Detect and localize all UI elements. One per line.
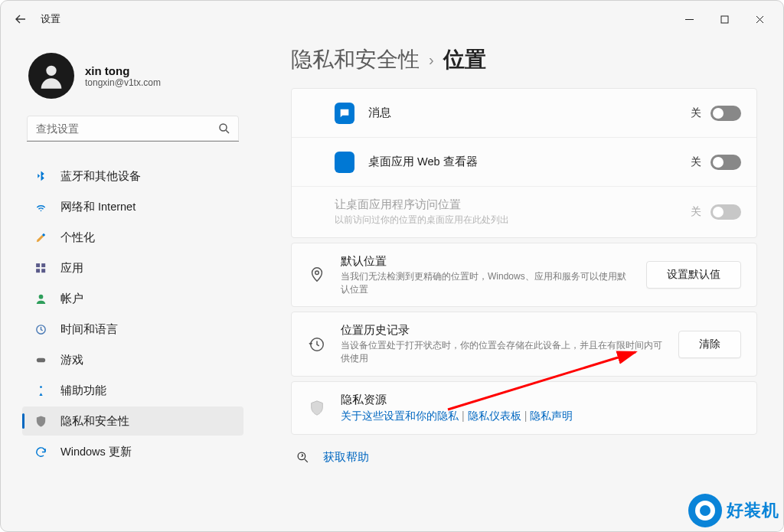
row-title: 隐私资源 — [341, 393, 741, 407]
privacy-link-dashboard[interactable]: 隐私仪表板 — [468, 410, 521, 422]
help-label: 获取帮助 — [323, 450, 369, 465]
clear-button[interactable]: 清除 — [678, 331, 741, 358]
wifi-icon — [33, 199, 48, 214]
history-icon — [307, 335, 327, 354]
search-input[interactable] — [27, 116, 239, 142]
app-title: 设置 — [41, 12, 60, 26]
svg-point-11 — [315, 271, 319, 275]
svg-rect-3 — [36, 263, 40, 267]
sidebar-item-network[interactable]: 网络和 Internet — [22, 192, 243, 221]
toggle-state-label: 关 — [691, 106, 701, 120]
watermark: 好装机 — [688, 494, 779, 527]
breadcrumb: 隐私和安全性 › 位置 — [291, 45, 757, 74]
messaging-icon — [335, 103, 354, 123]
gamepad-icon — [33, 352, 48, 367]
sidebar-item-label: 个性化 — [60, 230, 95, 245]
nav-list: 蓝牙和其他设备 网络和 Internet 个性化 应用 帐户 时间和语言 游戏 … — [22, 155, 243, 466]
sidebar-item-label: Windows 更新 — [60, 445, 132, 459]
update-icon — [33, 444, 48, 459]
webviewer-icon — [335, 152, 354, 172]
row-title: 默认位置 — [341, 254, 632, 269]
sidebar-item-label: 隐私和安全性 — [60, 414, 129, 429]
sidebar-item-accounts[interactable]: 帐户 — [22, 284, 243, 313]
sidebar-item-label: 辅助功能 — [60, 383, 106, 398]
sidebar-item-label: 蓝牙和其他设备 — [60, 169, 141, 184]
row-location-history: 位置历史记录 当设备位置处于打开状态时，你的位置会存储在此设备上，并且在有限时间… — [292, 312, 756, 376]
watermark-text: 好装机 — [727, 499, 779, 522]
svg-rect-5 — [36, 269, 40, 273]
minimize-button[interactable] — [671, 7, 707, 31]
help-icon — [296, 450, 311, 465]
svg-rect-6 — [41, 269, 45, 273]
sidebar-item-time-language[interactable]: 时间和语言 — [22, 315, 243, 344]
row-desc: 当我们无法检测到更精确的位置时，Windows、应用和服务可以使用默认位置 — [341, 270, 632, 296]
svg-point-1 — [46, 66, 56, 76]
toggle-desktop-access — [710, 204, 741, 220]
maximize-button[interactable] — [707, 7, 742, 31]
toggle-state-label: 关 — [691, 205, 701, 219]
svg-rect-0 — [721, 16, 728, 23]
svg-rect-9 — [36, 357, 44, 362]
sidebar-item-label: 帐户 — [60, 292, 83, 306]
brush-icon — [33, 230, 48, 245]
row-desc: 当设备位置处于打开状态时，你的位置会存储在此设备上，并且在有限时间内可供使用 — [341, 339, 665, 365]
sidebar-item-bluetooth[interactable]: 蓝牙和其他设备 — [22, 162, 243, 191]
privacy-link-statement[interactable]: 隐私声明 — [530, 410, 573, 422]
profile-block[interactable]: xin tong tongxin@v1tx.com — [22, 44, 243, 113]
toggle-webviewer[interactable] — [710, 155, 741, 170]
close-button[interactable] — [742, 7, 777, 31]
row-title: 让桌面应用程序访问位置 — [335, 197, 677, 212]
search-icon — [217, 122, 231, 135]
svg-rect-4 — [41, 263, 45, 267]
row-title: 桌面应用 Web 查看器 — [368, 155, 677, 169]
row-desktop-access: 让桌面应用程序访问位置 以前访问过你的位置的桌面应用在此处列出 关 — [292, 187, 756, 237]
shield-outline-icon — [307, 398, 327, 418]
set-default-button[interactable]: 设置默认值 — [646, 261, 741, 289]
row-title: 消息 — [368, 106, 677, 120]
row-default-location: 默认位置 当我们无法检测到更精确的位置时，Windows、应用和服务可以使用默认… — [292, 243, 756, 307]
avatar — [28, 53, 74, 99]
toggle-state-label: 关 — [691, 155, 701, 169]
sidebar-item-windows-update[interactable]: Windows 更新 — [22, 437, 243, 466]
privacy-link-about[interactable]: 关于这些设置和你的隐私 — [341, 410, 459, 422]
clock-globe-icon — [33, 321, 48, 337]
person-icon — [33, 291, 48, 306]
row-webviewer[interactable]: 桌面应用 Web 查看器 关 — [292, 138, 756, 187]
accessibility-icon — [33, 383, 48, 398]
breadcrumb-parent[interactable]: 隐私和安全性 — [291, 45, 420, 74]
sidebar-item-label: 时间和语言 — [60, 322, 118, 337]
sidebar-item-label: 游戏 — [60, 353, 83, 367]
back-button[interactable] — [7, 5, 34, 33]
get-help-link[interactable]: 获取帮助 — [291, 439, 757, 476]
bluetooth-icon — [33, 168, 48, 184]
profile-email: tongxin@v1tx.com — [85, 77, 161, 88]
sidebar-item-apps[interactable]: 应用 — [22, 253, 243, 282]
toggle-messaging[interactable] — [710, 106, 741, 121]
sidebar-item-label: 网络和 Internet — [60, 200, 136, 214]
sidebar-item-accessibility[interactable]: 辅助功能 — [22, 376, 243, 405]
shield-icon — [33, 413, 48, 429]
chevron-right-icon: › — [429, 51, 434, 69]
profile-name: xin tong — [85, 64, 161, 77]
sidebar-item-privacy[interactable]: 隐私和安全性 — [22, 406, 243, 436]
row-desc: 以前访问过你的位置的桌面应用在此处列出 — [335, 214, 677, 227]
row-title: 位置历史记录 — [341, 323, 665, 338]
sidebar-item-label: 应用 — [60, 261, 83, 276]
svg-point-10 — [40, 386, 42, 388]
sidebar-item-gaming[interactable]: 游戏 — [22, 345, 243, 374]
svg-point-7 — [38, 294, 43, 299]
row-messaging[interactable]: 消息 关 — [292, 89, 756, 138]
apps-icon — [33, 260, 48, 276]
row-privacy-resources: 隐私资源 关于这些设置和你的隐私|隐私仪表板|隐私声明 — [292, 382, 756, 434]
svg-point-2 — [220, 124, 227, 131]
sidebar-item-personalization[interactable]: 个性化 — [22, 223, 243, 252]
location-pin-icon — [307, 265, 327, 285]
breadcrumb-current: 位置 — [443, 45, 486, 74]
